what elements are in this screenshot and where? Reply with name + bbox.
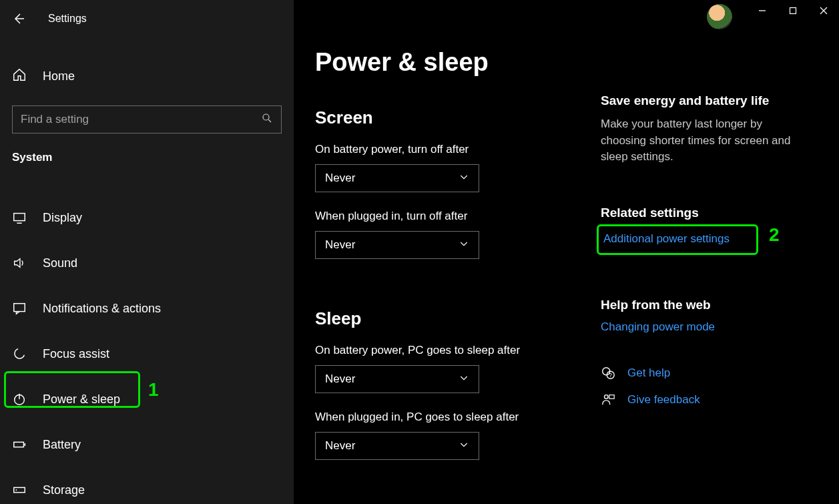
sidebar-item-focus-assist[interactable]: Focus assist	[0, 331, 294, 376]
sidebar: Settings Home System Display Sound	[0, 0, 294, 504]
main-panel: Power & sleep Screen On battery power, t…	[294, 0, 839, 504]
power-icon	[12, 392, 27, 407]
additional-power-settings-link[interactable]: Additional power settings	[601, 228, 732, 250]
aside-help-heading: Help from the web	[601, 298, 808, 312]
home-icon	[12, 67, 27, 85]
svg-rect-6	[14, 487, 25, 492]
minimize-button[interactable]	[747, 0, 778, 21]
screen-plugged-label: When plugged in, turn off after	[315, 210, 601, 223]
svg-point-0	[263, 114, 269, 120]
sidebar-item-label: Focus assist	[43, 347, 109, 361]
sidebar-item-power-sleep[interactable]: Power & sleep	[0, 376, 294, 422]
window-title: Settings	[48, 13, 87, 25]
sidebar-item-storage[interactable]: Storage	[0, 467, 294, 504]
search-input[interactable]	[21, 113, 261, 126]
sleep-battery-label: On battery power, PC goes to sleep after	[315, 344, 601, 357]
screen-battery-label: On battery power, turn off after	[315, 143, 601, 156]
dropdown-value: Never	[325, 172, 355, 185]
content-column: Power & sleep Screen On battery power, t…	[294, 0, 601, 504]
svg-point-11	[605, 395, 609, 399]
sidebar-item-display[interactable]: Display	[0, 195, 294, 240]
window-controls	[747, 0, 839, 21]
svg-rect-5	[24, 443, 25, 446]
dropdown-value: Never	[325, 372, 355, 386]
aside-energy-text: Make your battery last longer by choosin…	[601, 116, 808, 166]
svg-rect-2	[14, 304, 25, 312]
sleep-battery-dropdown[interactable]: Never	[315, 365, 479, 393]
get-help-row[interactable]: ? Get help	[601, 366, 808, 381]
svg-point-7	[16, 489, 17, 491]
user-avatar[interactable]	[707, 4, 732, 29]
sidebar-item-label: Power & sleep	[43, 393, 120, 407]
give-feedback-link[interactable]: Give feedback	[627, 393, 700, 407]
aside-related-heading: Related settings	[601, 206, 808, 220]
changing-power-mode-link[interactable]: Changing power mode	[601, 320, 715, 334]
display-icon	[12, 210, 27, 225]
sleep-plugged-label: When plugged in, PC goes to sleep after	[315, 411, 601, 424]
sound-icon	[12, 256, 27, 270]
maximize-button[interactable]	[778, 0, 808, 21]
page-title: Power & sleep	[315, 48, 601, 77]
chevron-down-icon	[459, 238, 469, 252]
svg-text:?: ?	[609, 372, 612, 379]
sleep-plugged-dropdown[interactable]: Never	[315, 432, 479, 460]
battery-icon	[12, 437, 27, 452]
sidebar-item-label: Display	[43, 211, 82, 225]
focus-assist-icon	[12, 346, 27, 361]
feedback-icon	[601, 393, 615, 407]
search-input-container[interactable]	[12, 105, 282, 134]
chevron-down-icon	[459, 439, 469, 453]
get-help-link[interactable]: Get help	[627, 366, 670, 380]
section-heading-sleep: Sleep	[315, 308, 601, 329]
sidebar-nav: Display Sound Notifications & actions Fo…	[0, 195, 294, 504]
close-button[interactable]	[808, 0, 839, 21]
back-icon[interactable]	[12, 12, 25, 25]
aside-column: Save energy and battery life Make your b…	[601, 0, 834, 504]
sidebar-item-notifications[interactable]: Notifications & actions	[0, 286, 294, 331]
svg-rect-4	[14, 442, 24, 447]
sidebar-item-label: Battery	[43, 438, 81, 452]
annotation-number-2: 2	[769, 224, 780, 246]
sidebar-home-label: Home	[43, 69, 75, 83]
svg-rect-1	[14, 214, 25, 221]
aside-energy-heading: Save energy and battery life	[601, 93, 808, 108]
dropdown-value: Never	[325, 238, 355, 252]
screen-plugged-dropdown[interactable]: Never	[315, 231, 479, 259]
search-icon	[261, 112, 273, 127]
screen-battery-dropdown[interactable]: Never	[315, 164, 479, 192]
sidebar-item-sound[interactable]: Sound	[0, 240, 294, 286]
sidebar-category: System	[12, 151, 294, 164]
sidebar-item-label: Notifications & actions	[43, 302, 161, 316]
sidebar-item-label: Sound	[43, 256, 77, 270]
svg-rect-12	[609, 395, 614, 399]
sidebar-item-label: Storage	[43, 483, 85, 497]
svg-rect-13	[790, 8, 796, 14]
notifications-icon	[12, 301, 27, 316]
dropdown-value: Never	[325, 439, 355, 453]
sidebar-home[interactable]: Home	[0, 61, 294, 91]
sidebar-item-battery[interactable]: Battery	[0, 422, 294, 467]
give-feedback-row[interactable]: Give feedback	[601, 393, 808, 407]
storage-icon	[12, 483, 27, 497]
get-help-icon: ?	[601, 366, 615, 381]
chevron-down-icon	[459, 172, 469, 186]
chevron-down-icon	[459, 372, 469, 387]
section-heading-screen: Screen	[315, 107, 601, 128]
